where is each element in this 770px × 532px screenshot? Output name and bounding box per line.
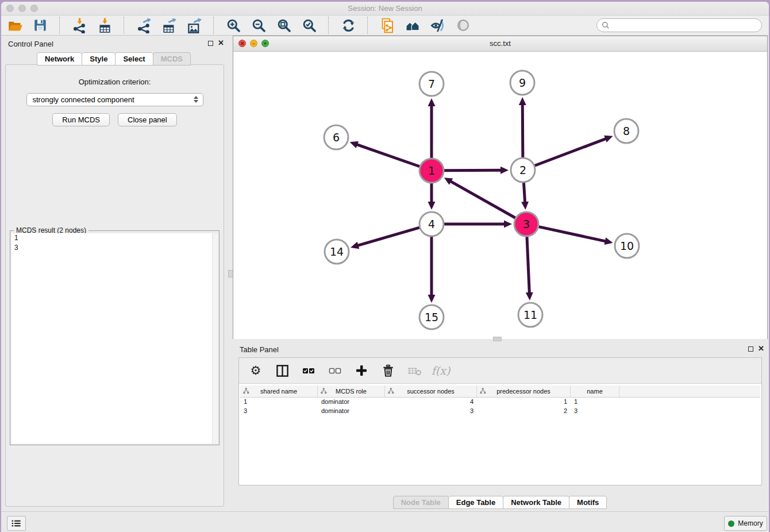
column-header-name[interactable]: name [571,385,619,397]
network-window-titlebar[interactable]: ✕ − + scc.txt [233,36,767,52]
column-label: shared name [260,388,297,395]
run-mcds-button[interactable]: Run MCDS [52,113,110,126]
column-label: MCDS role [336,388,367,395]
edge-3-to-1[interactable] [450,181,515,218]
mcds-result-list[interactable]: 13 [11,233,218,444]
add-row-icon[interactable] [354,363,369,378]
edge-4-to-14[interactable] [357,228,419,246]
result-scrollbar[interactable] [212,233,218,444]
table-toolbar: ⚙ f(x) [239,358,761,384]
table-row[interactable]: 1dominator411 [240,398,760,407]
memory-button[interactable]: Memory [724,516,767,531]
table-row[interactable]: 3dominator323 [240,407,760,416]
open-folder-icon[interactable] [7,17,23,33]
toolbar-separator [328,17,329,34]
graph-node-label: 4 [428,218,435,230]
memory-label: Memory [738,519,763,527]
table-close-panel-icon[interactable]: ✕ [758,344,764,353]
edge-1-to-6[interactable] [356,144,419,167]
toolbar-separator [367,17,368,34]
network-file-title: scc.txt [233,39,767,48]
edge-2-to-9[interactable] [522,104,523,157]
close-panel-icon[interactable]: ✕ [218,38,224,47]
tab-motifs[interactable]: Motifs [569,496,607,509]
edge-3-to-11[interactable] [527,237,529,294]
tab-select[interactable]: Select [115,52,153,65]
zoom-fit-icon[interactable] [276,17,292,33]
tab-style[interactable]: Style [82,52,116,65]
column-header-mcds-role[interactable]: MCDS role [318,385,385,397]
edge-arrowhead [500,167,509,174]
node-table: shared nameMCDS rolesuccessor nodesprede… [240,385,760,416]
edge-1-to-2[interactable] [444,170,502,171]
task-history-button[interactable] [7,516,26,531]
table-cell: 1 [571,398,619,407]
export-image-icon[interactable] [186,17,202,33]
tab-node-table[interactable]: Node Table [393,496,449,509]
column-header-successor-nodes[interactable]: successor nodes [385,385,477,397]
edge-arrowhead [428,202,436,210]
control-panel-title: Control Panel [8,40,53,48]
node-table-container: ⚙ f(x) shared nameMCDS rolesuccessor nod… [238,357,762,485]
float-panel-icon[interactable] [208,41,213,46]
tab-edge-table[interactable]: Edge Table [448,496,503,509]
select-all-icon[interactable] [301,363,316,378]
column-header-predecessor-nodes[interactable]: predecessor nodes [477,385,571,397]
zoom-in-icon[interactable] [225,17,241,33]
network-window: ✕ − + scc.txt 1234678910111415 [233,36,768,339]
table-tabs: Node TableEdge TableNetwork TableMotifs [233,496,768,509]
search-field[interactable] [596,18,762,32]
optimization-criterion-dropdown[interactable]: strongly connected component [26,93,203,106]
edge-arrowhead [526,292,533,300]
table-panel-title: Table Panel [240,345,279,354]
dropdown-chevrons-icon [194,96,198,103]
table-cell: 3 [385,407,477,416]
toolbar-separator [59,17,60,34]
graph-node-label: 1 [428,164,435,177]
export-network-icon[interactable] [136,17,152,33]
search-input[interactable] [610,21,761,30]
import-network-icon[interactable] [71,17,87,33]
tab-network-table[interactable]: Network Table [503,496,569,509]
duplicate-network-icon[interactable] [379,17,395,33]
table-cell: 2 [477,407,571,416]
graph-node-label: 8 [623,125,630,137]
status-bar: Memory [1,511,769,532]
import-table-icon[interactable] [97,17,113,33]
table-columns-icon[interactable] [275,363,290,378]
zoom-out-icon[interactable] [251,17,267,33]
column-header-shared-name[interactable]: shared name [240,385,318,397]
session-title: Session: New Session [1,4,769,13]
column-label: name [587,388,603,395]
table-cell: 3 [240,407,318,416]
graph-node-label: 10 [620,240,634,252]
delete-trash-icon[interactable] [380,363,395,378]
edge-arrowhead [519,97,526,105]
tab-network[interactable]: Network [37,52,82,65]
birds-eye-icon[interactable] [455,17,471,33]
mcds-result-node: 3 [11,243,218,253]
table-header-row: shared nameMCDS rolesuccessor nodesprede… [240,385,760,398]
export-table-icon[interactable] [161,17,177,33]
tab-mcds[interactable]: MCDS [153,52,191,65]
control-panel: Control Panel ✕ NetworkStyleSelectMCDS O… [1,36,227,511]
edge-3-to-10[interactable] [538,227,606,241]
edge-arrowhead [350,141,359,148]
deselect-all-icon[interactable] [328,363,342,378]
table-cell: 1 [477,398,571,407]
table-settings-gear-icon[interactable]: ⚙ [248,363,263,378]
network-overview-houses-icon[interactable] [405,17,421,33]
zoom-selected-icon[interactable] [301,17,317,33]
edge-2-to-3[interactable] [523,183,525,203]
horizontal-splitter-grip[interactable] [493,337,502,341]
application-window: Session: New Session [1,2,769,532]
refresh-icon[interactable] [340,17,356,33]
mcds-result-node: 1 [11,233,218,243]
save-icon[interactable] [32,17,48,33]
edge-2-to-8[interactable] [535,138,607,165]
table-float-panel-icon[interactable] [748,346,753,352]
hide-details-eye-slash-icon[interactable] [430,17,446,33]
close-panel-button[interactable]: Close panel [118,113,177,126]
graph-node-label: 11 [523,309,537,321]
network-canvas[interactable]: 1234678910111415 [233,52,767,339]
